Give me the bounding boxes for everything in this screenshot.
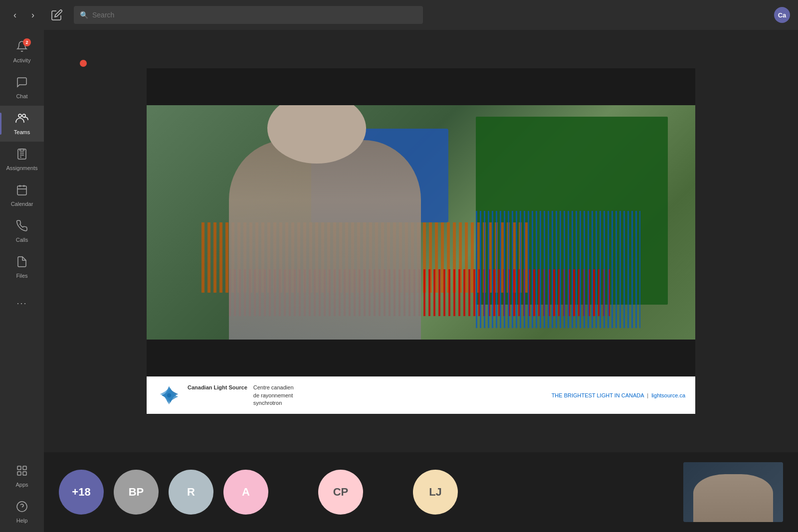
- cls-text-french: Centre canadiende rayonnementsynchrotron: [253, 384, 294, 407]
- apps-icon: [16, 465, 28, 480]
- svg-rect-13: [17, 472, 21, 475]
- participants-bar: +18 BP R A CP LJ: [44, 452, 798, 532]
- cls-logo-text: Canadian Light Source Centre canadiende …: [188, 384, 294, 407]
- participant-overflow[interactable]: +18: [59, 470, 104, 515]
- sidebar-label-teams: Teams: [14, 129, 30, 135]
- participant-cp[interactable]: CP: [318, 470, 363, 515]
- main-layout: 2 Activity Chat Teams: [0, 30, 798, 532]
- sidebar-item-activity[interactable]: 2 Activity: [0, 34, 44, 70]
- search-input[interactable]: [92, 11, 417, 19]
- sidebar-label-apps: Apps: [15, 482, 28, 488]
- participant-video-feed: [683, 462, 783, 522]
- sidebar-item-calendar[interactable]: Calendar: [0, 177, 44, 213]
- lab-photo-bg: [147, 68, 695, 377]
- cls-logo-icon: [157, 383, 182, 408]
- teams-icon: [15, 112, 28, 127]
- sidebar-label-chat: Chat: [16, 93, 27, 99]
- files-icon: [16, 256, 28, 271]
- activity-badge: 2: [23, 38, 31, 46]
- cls-tagline: THE BRIGHTEST LIGHT IN CANADA | lightsou…: [552, 392, 685, 398]
- slide-container: Canadian Light Source Centre canadiende …: [147, 68, 695, 414]
- cls-text-english: Canadian Light Source: [188, 384, 247, 407]
- sidebar-item-apps[interactable]: Apps: [0, 460, 44, 496]
- svg-point-0: [18, 114, 21, 117]
- search-icon: 🔍: [80, 11, 88, 19]
- sidebar-label-files: Files: [16, 273, 27, 279]
- svg-rect-2: [18, 149, 26, 159]
- participant-lj[interactable]: LJ: [413, 470, 458, 515]
- user-avatar[interactable]: Ca: [774, 7, 790, 23]
- assignments-icon: [16, 148, 28, 163]
- back-button[interactable]: ‹: [8, 8, 22, 22]
- top-bar: ‹ › 🔍 Ca: [0, 0, 798, 30]
- svg-point-1: [22, 114, 25, 117]
- sidebar-label-help: Help: [16, 518, 28, 524]
- forward-button[interactable]: ›: [26, 8, 40, 22]
- top-right-area: Ca: [774, 7, 790, 23]
- chat-icon: [16, 76, 28, 91]
- recording-indicator: [80, 60, 87, 67]
- activity-icon: 2: [16, 40, 28, 55]
- cables-blue: [476, 211, 640, 328]
- svg-rect-7: [17, 186, 26, 195]
- sidebar-label-calls: Calls: [16, 237, 28, 243]
- svg-rect-11: [17, 466, 21, 470]
- search-bar[interactable]: 🔍: [74, 6, 423, 24]
- presentation-area: Canadian Light Source Centre canadiende …: [44, 30, 798, 452]
- lab-photo-inner: [147, 105, 695, 340]
- sidebar-item-help[interactable]: Help: [0, 496, 44, 532]
- sidebar-item-calls[interactable]: Calls: [0, 213, 44, 249]
- person-silhouette: [229, 140, 421, 340]
- content-area: Canadian Light Source Centre canadiende …: [44, 30, 798, 532]
- help-icon: [16, 501, 28, 516]
- sidebar-label-assignments: Assignments: [6, 165, 38, 171]
- cls-logo-area: Canadian Light Source Centre canadiende …: [157, 383, 294, 408]
- compose-button[interactable]: [48, 6, 66, 24]
- svg-rect-14: [23, 472, 26, 475]
- svg-rect-12: [23, 466, 26, 470]
- slide-footer: Canadian Light Source Centre canadiende …: [147, 376, 695, 414]
- participant-bp[interactable]: BP: [114, 470, 159, 515]
- svg-point-17: [167, 393, 171, 397]
- sidebar-item-assignments[interactable]: Assignments: [0, 142, 44, 177]
- video-person-silhouette: [693, 474, 773, 522]
- sidebar-item-chat[interactable]: Chat: [0, 70, 44, 106]
- more-icon: ···: [16, 298, 27, 309]
- participant-a[interactable]: A: [223, 470, 268, 515]
- sidebar-label-calendar: Calendar: [11, 201, 33, 207]
- sidebar-item-teams[interactable]: Teams: [0, 106, 44, 142]
- calendar-icon: [16, 184, 28, 199]
- video-inner: [683, 462, 783, 522]
- sidebar-item-more[interactable]: ···: [0, 285, 44, 321]
- sidebar-label-activity: Activity: [13, 57, 31, 63]
- sidebar-item-files[interactable]: Files: [0, 249, 44, 285]
- participant-r[interactable]: R: [169, 470, 213, 515]
- svg-point-15: [17, 502, 27, 512]
- slide-image: [147, 68, 695, 377]
- calls-icon: [16, 220, 28, 235]
- svg-rect-6: [20, 149, 24, 151]
- cls-website: lightsource.ca: [651, 392, 685, 398]
- sidebar: 2 Activity Chat Teams: [0, 30, 44, 532]
- cls-tagline-text: THE BRIGHTEST LIGHT IN CANADA: [552, 392, 644, 398]
- nav-arrows: ‹ ›: [8, 8, 40, 22]
